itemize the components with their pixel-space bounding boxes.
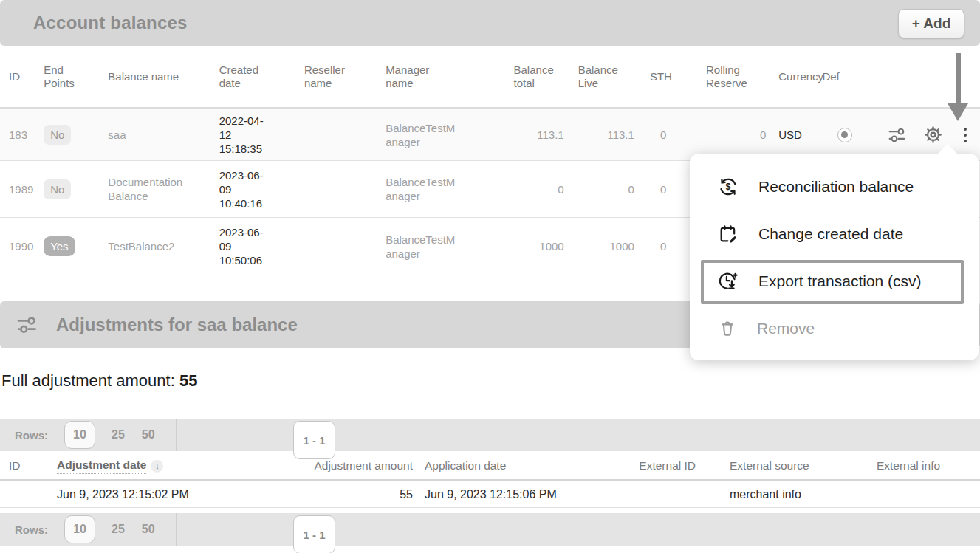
cell-manager-name: BalanceTestManager xyxy=(385,109,513,161)
cell-balance-live: 0 xyxy=(565,161,635,218)
cell-id: 1990 xyxy=(0,218,43,275)
full-adjustment-amount-label: Full adjustment amount: xyxy=(1,371,175,390)
edit-calendar-icon xyxy=(718,224,739,244)
balance-context-menu: $ Reconciliation balance Change created … xyxy=(690,154,979,360)
cell-id: 183 xyxy=(0,109,43,161)
rows-option-50[interactable]: 50 xyxy=(142,428,155,442)
rows-label: Rows: xyxy=(15,429,48,442)
col-header-external-info: External info xyxy=(837,453,980,481)
section-title: Adjustments for saa balance xyxy=(56,315,298,335)
menu-item-label: Remove xyxy=(757,320,815,337)
menu-notch xyxy=(937,144,958,154)
account-balances-screen: Account balances + Add ID End Points Bal… xyxy=(0,0,980,553)
account-balances-header-bar: Account balances + Add xyxy=(0,0,980,46)
trash-icon xyxy=(718,319,737,338)
cell-sth: 0 xyxy=(635,218,688,275)
adjustment-row[interactable]: Jun 9, 2023 12:15:02 PM 55 Jun 9, 2023 1… xyxy=(0,481,980,508)
end-points-badge: No xyxy=(44,125,71,145)
cell-balance-total: 113.1 xyxy=(513,109,565,161)
add-balance-button[interactable]: + Add xyxy=(898,9,964,38)
kebab-menu-icon[interactable] xyxy=(959,126,971,144)
cell-application-date: Jun 9, 2023 12:15:06 PM xyxy=(414,481,631,508)
menu-item-reconciliation-balance[interactable]: $ Reconciliation balance xyxy=(690,163,979,210)
adjustments-icon xyxy=(16,314,38,336)
cell-balance-live: 113.1 xyxy=(565,109,635,161)
full-adjustment-amount-value: 55 xyxy=(179,371,197,390)
default-radio[interactable] xyxy=(837,128,852,142)
cell-balance-live: 1000 xyxy=(565,218,635,275)
divider xyxy=(176,419,177,451)
rows-label: Rows: xyxy=(15,523,48,536)
down-arrow-circle-icon[interactable]: ↓ xyxy=(151,460,163,473)
svg-text:$: $ xyxy=(726,182,731,192)
cell-created-date: 2023-06-09 10:40:16 xyxy=(219,161,304,218)
cell-adjustment-amount: 55 xyxy=(299,481,414,508)
col-header-currency: Currency xyxy=(767,46,821,109)
cell-reseller-name xyxy=(304,109,385,161)
page-title: Account balances xyxy=(33,0,188,46)
cell-created-date: 2022-04-12 15:18:35 xyxy=(219,109,304,161)
divider xyxy=(176,513,177,546)
col-header-id: ID xyxy=(0,453,56,481)
rows-option-10[interactable]: 10 xyxy=(64,421,95,449)
adjustments-table: ID Adjustment date ↓ Adjustment amount A… xyxy=(0,453,980,508)
menu-item-label: Export transaction (csv) xyxy=(758,272,922,290)
cell-balance-total: 1000 xyxy=(513,218,565,275)
rows-option-25[interactable]: 25 xyxy=(112,428,125,442)
balance-row-183[interactable]: 183 No saa 2022-04-12 15:18:35 BalanceTe… xyxy=(0,109,980,161)
rows-option-25[interactable]: 25 xyxy=(112,523,125,536)
cell-balance-total: 0 xyxy=(513,161,565,218)
page-range-tab-top[interactable]: 1 - 1 xyxy=(293,421,335,459)
cell-external-source: merchant info xyxy=(696,481,837,508)
col-header-application-date: Application date xyxy=(414,453,631,481)
rows-option-10[interactable]: 10 xyxy=(64,515,95,543)
gear-icon[interactable] xyxy=(923,125,943,145)
col-header-manager-name: Manager name xyxy=(385,46,513,109)
end-points-badge: No xyxy=(44,179,71,199)
col-header-id: ID xyxy=(0,46,43,109)
cell-sth: 0 xyxy=(635,161,688,218)
col-header-end-points: End Points xyxy=(43,46,107,109)
cell-reseller-name xyxy=(304,161,385,218)
col-header-adjustment-date[interactable]: Adjustment date ↓ xyxy=(56,453,299,481)
cell-adjustment-date: Jun 9, 2023 12:15:02 PM xyxy=(56,481,299,508)
cell-manager-name: BalanceTestManager xyxy=(385,218,513,275)
export-transactions-icon xyxy=(718,271,739,292)
adjustments-icon[interactable] xyxy=(888,126,907,145)
menu-item-label: Reconciliation balance xyxy=(758,178,914,196)
page-range-tab-bottom[interactable]: 1 - 1 xyxy=(293,515,335,553)
cell-reseller-name xyxy=(304,218,385,275)
cell-id xyxy=(0,481,56,508)
col-header-actions xyxy=(869,46,980,109)
cell-external-info xyxy=(837,481,980,508)
cell-manager-name: BalanceTestManager xyxy=(385,161,513,218)
col-header-balance-total: Balance total xyxy=(513,46,565,109)
full-adjustment-amount: Full adjustment amount: 55 xyxy=(1,371,197,391)
cell-created-date: 2023-06-09 10:50:06 xyxy=(219,218,304,275)
menu-item-export-transaction-csv[interactable]: Export transaction (csv) xyxy=(690,258,979,305)
cell-currency: USD xyxy=(767,109,821,161)
col-header-sth: STH xyxy=(635,46,688,109)
cell-balance-name: saa xyxy=(107,109,218,161)
col-header-created-date: Created date xyxy=(219,46,304,109)
menu-item-label: Change created date xyxy=(758,225,903,243)
cell-external-id xyxy=(631,481,696,508)
col-header-balance-live: Balance Live xyxy=(565,46,635,109)
rows-option-50[interactable]: 50 xyxy=(142,523,155,536)
cell-rolling-reserve: 0 xyxy=(688,109,767,161)
end-points-badge: Yes xyxy=(44,236,75,256)
cell-id: 1989 xyxy=(0,161,43,218)
balances-header-row: ID End Points Balance name Created date … xyxy=(0,46,980,109)
col-header-balance-name: Balance name xyxy=(107,46,218,109)
cell-sth: 0 xyxy=(635,109,688,161)
col-header-reseller-name: Reseller name xyxy=(304,46,385,109)
rows-per-page-bar-top: Rows: 10 25 50 xyxy=(0,419,980,451)
col-header-def: Def xyxy=(821,46,868,109)
menu-item-change-created-date[interactable]: Change created date xyxy=(690,210,979,258)
col-header-external-id: External ID xyxy=(631,453,696,481)
menu-item-remove[interactable]: Remove xyxy=(690,305,979,352)
cell-balance-name: DocumentationBalance xyxy=(107,161,218,218)
col-header-external-source: External source xyxy=(696,453,837,481)
currency-exchange-icon: $ xyxy=(718,176,739,197)
col-header-rolling-reserve: Rolling Reserve xyxy=(688,46,767,109)
